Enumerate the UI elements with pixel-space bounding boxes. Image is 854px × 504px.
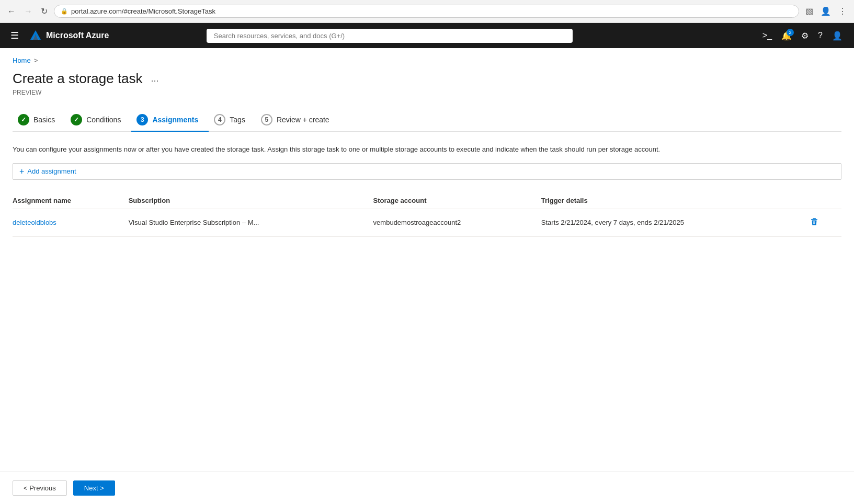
trash-icon	[810, 217, 818, 226]
browser-actions: ▧ 👤 ⋮	[803, 4, 849, 18]
azure-title: Microsoft Azure	[46, 31, 109, 40]
delete-button[interactable]	[808, 215, 821, 230]
col-header-trigger: Trigger details	[541, 192, 808, 209]
tab-review-label: Review + create	[277, 116, 329, 124]
previous-button[interactable]: < Previous	[13, 480, 67, 496]
col-header-subscription: Subscription	[129, 192, 373, 209]
reload-button[interactable]: ↻	[39, 4, 50, 18]
search-input[interactable]	[207, 29, 573, 43]
azure-logo-icon	[29, 29, 42, 42]
step-circle-tags: 4	[214, 114, 225, 125]
tab-basics-label: Basics	[33, 116, 55, 124]
step-circle-basics: ✓	[18, 114, 29, 125]
col-header-actions	[808, 192, 841, 209]
page-more-button[interactable]: ...	[148, 72, 162, 85]
azure-logo: Microsoft Azure	[29, 29, 109, 42]
settings-button[interactable]: ⚙	[798, 28, 812, 44]
step-circle-review: 5	[261, 114, 272, 125]
page-title-section: Create a storage task ...	[13, 71, 841, 87]
table-header-row: Assignment name Subscription Storage acc…	[13, 192, 841, 209]
tab-conditions[interactable]: ✓ Conditions	[65, 109, 131, 132]
description-text: You can configure your assignments now o…	[13, 144, 841, 155]
tab-conditions-label: Conditions	[86, 116, 121, 124]
url-text: portal.azure.com/#create/Microsoft.Stora…	[71, 7, 792, 15]
profile-button[interactable]: 👤	[818, 4, 833, 18]
cell-delete	[808, 209, 841, 236]
browser-chrome: ← → ↻ 🔒 portal.azure.com/#create/Microso…	[0, 0, 854, 23]
svg-rect-3	[811, 219, 817, 220]
footer: < Previous Next >	[0, 472, 854, 504]
breadcrumb-separator: >	[34, 56, 38, 64]
assignments-table: Assignment name Subscription Storage acc…	[13, 192, 841, 237]
assignment-name-link[interactable]: deleteoldblobs	[13, 219, 56, 226]
tab-tags[interactable]: 4 Tags	[209, 109, 256, 132]
step-tabs: ✓ Basics ✓ Conditions 3 Assignments 4 Ta…	[13, 109, 841, 132]
cell-trigger: Starts 2/21/2024, every 7 days, ends 2/2…	[541, 209, 808, 236]
breadcrumb-home[interactable]: Home	[13, 56, 31, 64]
add-assignment-label: Add assignment	[27, 167, 76, 175]
extensions-button[interactable]: ▧	[803, 4, 815, 18]
page-subtitle: PREVIEW	[13, 89, 841, 96]
col-header-name: Assignment name	[13, 192, 129, 209]
table-row: deleteoldblobs Visual Studio Enterprise …	[13, 209, 841, 236]
header-actions: >_ 🔔 2 ⚙ ? 👤	[759, 28, 846, 44]
tab-review[interactable]: 5 Review + create	[256, 109, 340, 132]
address-bar[interactable]: 🔒 portal.azure.com/#create/Microsoft.Sto…	[54, 5, 799, 18]
tab-assignments-label: Assignments	[152, 116, 198, 124]
back-button[interactable]: ←	[5, 5, 18, 18]
main-content: Home > Create a storage task ... PREVIEW…	[0, 48, 854, 504]
cloud-shell-button[interactable]: >_	[759, 28, 775, 43]
azure-header: ☰ Microsoft Azure >_ 🔔 2 ⚙ ? 👤	[0, 23, 854, 48]
add-assignment-button[interactable]: + Add assignment	[13, 163, 841, 180]
cell-storage-account: vembudemostroageaccount2	[373, 209, 541, 236]
next-button[interactable]: Next >	[73, 480, 115, 496]
col-header-storage: Storage account	[373, 192, 541, 209]
tab-assignments[interactable]: 3 Assignments	[131, 109, 209, 132]
hamburger-menu[interactable]: ☰	[8, 28, 21, 43]
tab-basics[interactable]: ✓ Basics	[13, 109, 65, 132]
account-button[interactable]: 👤	[829, 28, 846, 44]
page-title: Create a storage task	[13, 71, 143, 87]
step-circle-assignments: 3	[136, 114, 148, 125]
forward-button[interactable]: →	[22, 5, 35, 18]
plus-icon: +	[19, 167, 24, 176]
breadcrumb: Home >	[13, 56, 841, 64]
help-button[interactable]: ?	[815, 28, 826, 43]
cell-subscription: Visual Studio Enterprise Subscription – …	[129, 209, 373, 236]
lock-icon: 🔒	[61, 8, 68, 15]
more-options-button[interactable]: ⋮	[836, 4, 849, 18]
notification-badge: 2	[787, 29, 794, 36]
step-circle-conditions: ✓	[71, 114, 82, 125]
notifications-button[interactable]: 🔔 2	[778, 28, 795, 44]
tab-tags-label: Tags	[230, 116, 245, 124]
azure-search[interactable]	[207, 29, 573, 43]
cell-assignment-name: deleteoldblobs	[13, 209, 129, 236]
svg-rect-2	[813, 218, 816, 219]
